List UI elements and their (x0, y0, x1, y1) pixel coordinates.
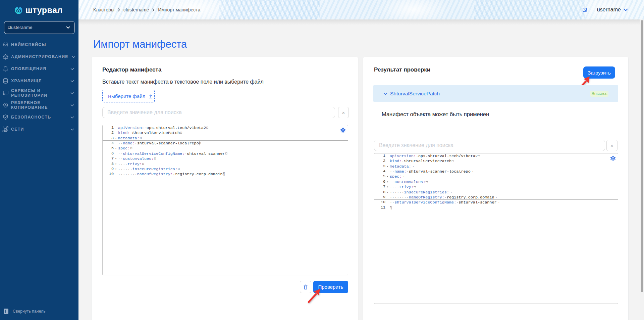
svg-text:ω: ω (16, 7, 21, 14)
